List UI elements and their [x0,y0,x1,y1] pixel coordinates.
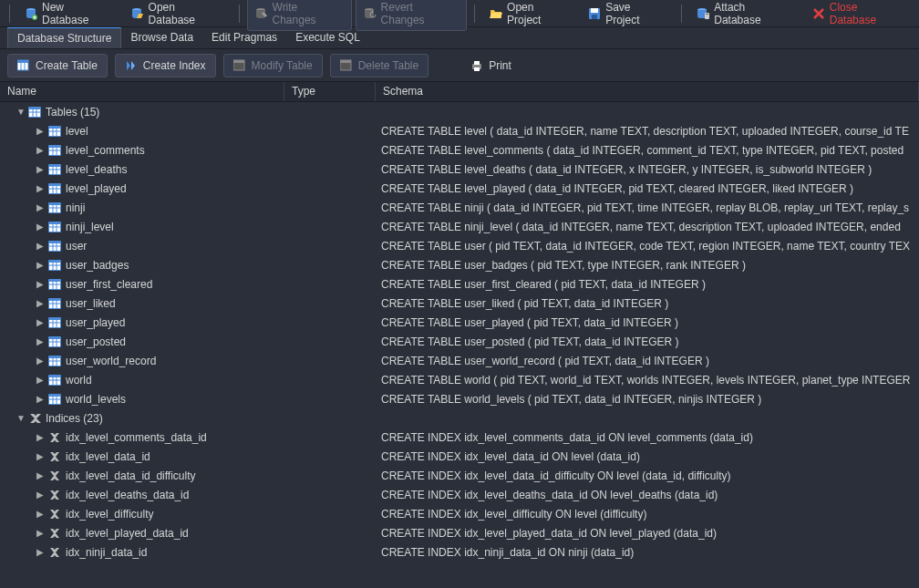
expand-icon[interactable]: ▼ [16,413,27,423]
expand-icon[interactable]: ▶ [36,202,47,212]
svg-rect-48 [49,167,60,174]
index-add-icon [125,59,138,72]
modify-table-button[interactable]: Modify Table [223,54,323,77]
tab-edit-pragmas[interactable]: Edit Pragmas [202,27,286,48]
save-project-button[interactable]: Save Project [581,0,674,30]
table-icon [47,336,62,347]
index-icon [47,547,62,558]
expand-icon[interactable]: ▶ [36,490,47,500]
open-database-button[interactable]: Open Database [124,0,232,30]
table-row[interactable]: ▶user_first_clearedCREATE TABLE user_fir… [0,274,919,294]
table-row[interactable]: ▶level_commentsCREATE TABLE level_commen… [0,140,919,160]
create-index-button[interactable]: Create Index [115,54,216,77]
index-row[interactable]: ▶idx_level_data_id_difficultyCREATE INDE… [0,466,919,485]
expand-icon[interactable]: ▶ [36,547,47,557]
table-schema: CREATE TABLE user_posted ( pid TEXT, dat… [381,335,679,348]
index-row[interactable]: ▶idx_ninji_data_idCREATE INDEX idx_ninji… [0,542,919,562]
index-name: idx_level_played_data_id [66,527,189,540]
index-row[interactable]: ▶idx_level_data_idCREATE INDEX idx_level… [0,447,919,466]
column-name[interactable]: Name [0,82,284,101]
table-row[interactable]: ▶user_likedCREATE TABLE user_liked ( pid… [0,294,919,313]
write-changes-label: Write Changes [273,1,344,26]
column-schema[interactable]: Schema [376,82,919,101]
table-row[interactable]: ▶level_playedCREATE TABLE level_played (… [0,179,919,198]
index-schema: CREATE INDEX idx_level_played_data_id ON… [381,527,717,540]
expand-icon[interactable]: ▶ [36,279,47,289]
expand-icon[interactable]: ▶ [36,509,47,519]
table-row[interactable]: ▶levelCREATE TABLE level ( data_id INTEG… [0,121,919,140]
index-row[interactable]: ▶idx_level_played_data_idCREATE INDEX id… [0,523,919,542]
expand-icon[interactable]: ▶ [36,432,47,442]
open-project-button[interactable]: Open Project [482,0,577,30]
revert-changes-button[interactable]: Revert Changes [356,0,468,31]
svg-rect-103 [49,377,60,385]
expand-icon[interactable]: ▶ [36,126,47,136]
index-name: idx_ninji_data_id [66,546,147,559]
tree-node-indices[interactable]: ▼ Indices (23) [0,408,919,428]
table-icon [47,260,62,271]
tree-node-tables[interactable]: ▼ Tables (15) [0,102,919,121]
column-type[interactable]: Type [284,82,376,101]
new-database-button[interactable]: New Database [17,0,120,30]
table-delete-icon [340,59,353,72]
delete-table-button[interactable]: Delete Table [330,54,429,77]
table-row[interactable]: ▶user_postedCREATE TABLE user_posted ( p… [0,332,919,351]
table-row[interactable]: ▶user_playedCREATE TABLE user_played ( p… [0,313,919,332]
index-icon [47,451,62,462]
expand-icon[interactable]: ▶ [36,356,47,366]
expand-icon[interactable]: ▶ [36,260,47,270]
separator [474,5,475,23]
close-database-button[interactable]: Close Database [805,0,914,30]
expand-icon[interactable]: ▼ [16,107,27,117]
table-row[interactable]: ▶world_levelsCREATE TABLE world_levels (… [0,389,919,408]
schema-tree[interactable]: ▼ Tables (15) ▶levelCREATE TABLE level (… [0,102,919,562]
table-schema: CREATE TABLE user_liked ( pid TEXT, data… [381,297,668,310]
table-row[interactable]: ▶user_badgesCREATE TABLE user_badges ( p… [0,255,919,274]
table-schema: CREATE TABLE ninji ( data_id INTEGER, pi… [381,201,909,214]
expand-icon[interactable]: ▶ [36,164,47,174]
database-write-icon [255,7,268,20]
expand-icon[interactable]: ▶ [36,375,47,385]
svg-rect-14 [591,8,598,13]
expand-icon[interactable]: ▶ [36,394,47,404]
table-schema: CREATE TABLE level_deaths ( data_id INTE… [381,163,872,176]
expand-icon[interactable]: ▶ [36,470,47,480]
attach-database-button[interactable]: Attach Database [689,0,801,30]
table-name: user [66,240,87,253]
write-changes-button[interactable]: Write Changes [247,0,352,31]
table-row[interactable]: ▶level_deathsCREATE TABLE level_deaths (… [0,160,919,179]
table-schema: CREATE TABLE level_comments ( data_id IN… [381,144,904,157]
tab-browse-data[interactable]: Browse Data [121,27,202,48]
expand-icon[interactable]: ▶ [36,451,47,461]
expand-icon[interactable]: ▶ [36,241,47,251]
table-icon [47,183,62,194]
expand-icon[interactable]: ▶ [36,528,47,538]
table-icon [47,145,62,156]
table-row[interactable]: ▶ninjiCREATE TABLE ninji ( data_id INTEG… [0,198,919,217]
table-icon [47,126,62,137]
expand-icon[interactable]: ▶ [36,298,47,308]
expand-icon[interactable]: ▶ [36,222,47,232]
index-row[interactable]: ▶idx_level_difficultyCREATE INDEX idx_le… [0,504,919,523]
index-row[interactable]: ▶idx_level_deaths_data_idCREATE INDEX id… [0,485,919,504]
table-icon [47,375,62,386]
expand-icon[interactable]: ▶ [36,336,47,346]
table-row[interactable]: ▶worldCREATE TABLE world ( pid TEXT, wor… [0,370,919,389]
svg-rect-20 [706,14,708,15]
tab-database-structure[interactable]: Database Structure [7,27,121,48]
expand-icon[interactable]: ▶ [36,183,47,193]
table-row[interactable]: ▶ninji_levelCREATE TABLE ninji_level ( d… [0,217,919,236]
table-row[interactable]: ▶user_world_recordCREATE TABLE user_worl… [0,351,919,370]
tab-execute-sql[interactable]: Execute SQL [286,27,369,48]
create-table-button[interactable]: Create Table [7,54,108,77]
index-row[interactable]: ▶idx_level_comments_data_idCREATE INDEX … [0,428,919,447]
table-row[interactable]: ▶userCREATE TABLE user ( pid TEXT, data_… [0,236,919,255]
expand-icon[interactable]: ▶ [36,145,47,155]
expand-icon[interactable]: ▶ [36,317,47,327]
database-open-icon [131,7,144,20]
folder-tables-icon [27,107,42,118]
print-button[interactable]: Print [461,55,521,77]
table-icon [47,241,62,252]
table-edit-icon [233,59,246,72]
index-name: idx_level_data_id_difficulty [66,469,196,482]
